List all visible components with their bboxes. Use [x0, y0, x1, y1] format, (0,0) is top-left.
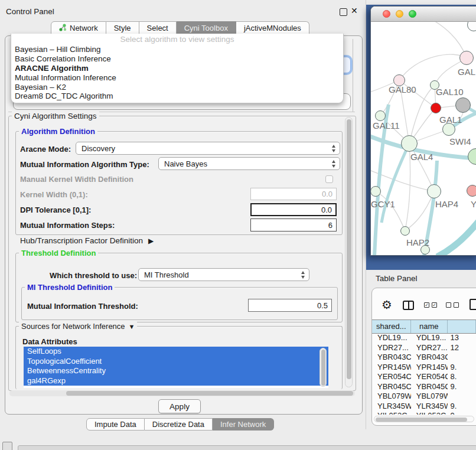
- network-node-label: GAL4: [410, 152, 433, 162]
- table-cell: 12: [448, 343, 476, 353]
- new-table-icon[interactable]: [470, 299, 476, 310]
- network-node-label: GAL: [458, 67, 475, 77]
- table-column-header[interactable]: name: [411, 320, 448, 333]
- network-node-swi4[interactable]: [468, 148, 476, 165]
- network-node-gal[interactable]: [459, 51, 474, 65]
- table-cell: 9.: [448, 402, 476, 412]
- close-window-icon[interactable]: [383, 10, 390, 18]
- table-cell: YDL19...: [411, 333, 448, 343]
- network-node-label: Y: [471, 199, 476, 209]
- table-body: YDL19...YDL19...13YDR27...YDR27...12YBR0…: [372, 333, 476, 415]
- table-cell: YBR045C: [372, 382, 411, 392]
- table-row[interactable]: YER054CYER054C8.: [372, 372, 476, 382]
- deselect-all-checkboxes-icon[interactable]: [446, 302, 459, 308]
- network-node-gal1[interactable]: [442, 123, 455, 136]
- network-canvas[interactable]: GALGAL80GAL10GAL1GAL11GAL4SWI4GCY1HAP4YH…: [371, 22, 476, 255]
- gear-icon[interactable]: ⚙: [382, 298, 392, 312]
- table-row[interactable]: YBR043CYBR043C: [372, 353, 476, 363]
- minimize-window-icon[interactable]: [396, 10, 403, 18]
- table-row[interactable]: YDR27...YDR27...12: [372, 343, 476, 353]
- table-cell: YIL052C: [372, 411, 411, 415]
- cyni-algorithm-settings-title: Cyni Algorithm Settings: [12, 112, 99, 120]
- network-node-gcy1[interactable]: [371, 186, 381, 197]
- mi-threshold-group-title: MI Threshold Definition: [25, 283, 115, 292]
- algorithm-option[interactable]: ARACNE Algorithm: [11, 64, 343, 73]
- network-node[interactable]: [455, 97, 471, 113]
- network-node[interactable]: [467, 22, 476, 31]
- sources-group-title: Sources for Network Inference: [21, 322, 125, 331]
- network-node-label: GAL80: [389, 84, 416, 94]
- network-node-label: SWI4: [449, 136, 471, 146]
- table-row[interactable]: YLR345WYLR345W9.: [372, 402, 476, 412]
- table-horizontal-scrollbar[interactable]: [374, 416, 474, 422]
- threshold-definition-title: Threshold Definition: [19, 249, 98, 257]
- table-cell: YER054C: [372, 372, 411, 382]
- table-cell: 8.: [448, 372, 476, 382]
- network-node-y[interactable]: [467, 185, 476, 197]
- algorithm-option[interactable]: Bayesian – Hill Climbing: [11, 45, 343, 54]
- collapse-arrow-icon[interactable]: ▼: [129, 323, 135, 330]
- table-cell: YDR27...: [411, 343, 448, 353]
- algorithm-dropdown-popup: Select algorithm to view settings Bayesi…: [11, 34, 344, 103]
- hidden-group-border: [353, 39, 353, 112]
- table-row[interactable]: YPR145WYPR145W9.: [372, 363, 476, 373]
- table-cell: 9.: [448, 382, 476, 392]
- network-node-label: GAL1: [439, 115, 462, 125]
- table-cell: 9.: [448, 363, 476, 373]
- algorithm-option[interactable]: Basic Correlation Inference: [11, 54, 343, 64]
- algorithm-dropdown-placeholder: Select algorithm to view settings: [11, 34, 343, 45]
- table-cell: YBR043C: [411, 353, 448, 363]
- network-node-label: GCY1: [371, 199, 395, 209]
- bottom-status-bar: [18, 445, 476, 450]
- table-header-row: shared...name: [372, 319, 476, 334]
- table-cell: YDR27...: [372, 343, 411, 353]
- table-cell: YIL052C: [411, 411, 448, 415]
- table-cell: YBL079W: [411, 392, 448, 402]
- zoom-window-icon[interactable]: [409, 10, 416, 18]
- table-cell: YBR043C: [372, 353, 411, 363]
- table-row[interactable]: YBR045CYBR045C9.: [372, 382, 476, 392]
- network-node[interactable]: [431, 103, 441, 113]
- column-selector-icon[interactable]: [403, 301, 414, 310]
- algorithm-option[interactable]: Dream8 DC_TDC Algorithm: [11, 92, 343, 101]
- table-cell: 13: [448, 333, 476, 343]
- select-all-checkboxes-icon[interactable]: ✓✓: [424, 302, 437, 308]
- table-cell: YER054C: [411, 372, 448, 382]
- network-node-label: HAP4: [435, 199, 458, 209]
- network-node-label: GAL10: [436, 87, 464, 97]
- algorithm-dropdown-items: Bayesian – Hill ClimbingBasic Correlatio…: [11, 45, 343, 101]
- table-panel-title: Table Panel: [376, 274, 418, 283]
- network-node-hap2[interactable]: [400, 226, 410, 236]
- network-node[interactable]: [420, 245, 430, 255]
- table-cell: [448, 392, 476, 402]
- algorithm-definition-title: Algorithm Definition: [19, 127, 97, 136]
- network-node-gal4[interactable]: [401, 135, 418, 152]
- app-root: Control Panel ✕ NetworkStyleSelectCyni T…: [0, 0, 476, 450]
- table-column-header[interactable]: [448, 320, 476, 333]
- network-node-gal11[interactable]: [375, 110, 386, 121]
- table-cell: YBL079W: [372, 392, 411, 402]
- table-cell: YLR345W: [372, 402, 411, 412]
- network-nodes: GALGAL80GAL10GAL1GAL11GAL4SWI4GCY1HAP4YH…: [371, 22, 476, 255]
- table-cell: YDL19...: [372, 333, 411, 343]
- network-node-hap4[interactable]: [427, 184, 441, 198]
- network-window-titlebar[interactable]: [371, 6, 476, 22]
- table-cell: 9: [448, 411, 476, 415]
- table-cell: YPR145W: [411, 363, 448, 373]
- network-view-window: GALGAL80GAL10GAL1GAL11GAL4SWI4GCY1HAP4YH…: [370, 6, 476, 256]
- table-cell: YLR345W: [411, 402, 448, 412]
- table-row[interactable]: YBL079WYBL079W: [372, 392, 476, 402]
- algorithm-option[interactable]: Bayesian – K2: [11, 83, 343, 92]
- table-row[interactable]: YDL19...YDL19...13: [372, 333, 476, 343]
- sources-group-title-row[interactable]: Sources for Network Inference ▼: [19, 322, 137, 331]
- restore-panel-button[interactable]: [2, 442, 12, 450]
- table-row[interactable]: YIL052CYIL052C9: [372, 411, 476, 415]
- network-node-label: GAL11: [373, 120, 400, 131]
- algorithm-option[interactable]: Mutual Information Inference: [11, 73, 343, 83]
- table-column-header[interactable]: shared...: [372, 320, 411, 333]
- table-cell: YBR045C: [411, 382, 448, 392]
- table-cell: [448, 353, 476, 363]
- table-cell: YPR145W: [372, 363, 411, 373]
